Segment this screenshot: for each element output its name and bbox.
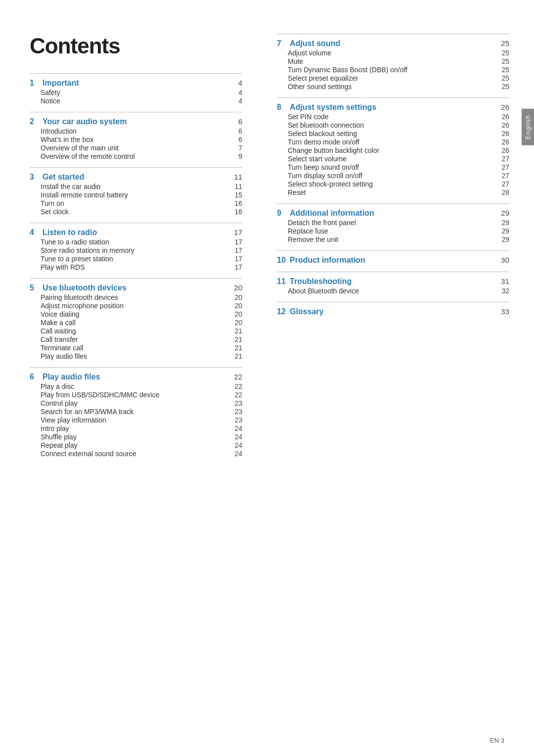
section-page: 22 [228, 373, 242, 381]
section-page: 26 [495, 103, 509, 111]
sub-item-title: Remove the unit [288, 236, 495, 243]
section-number: 4 [30, 228, 41, 237]
sub-item: Tune to a radio station17 [30, 238, 242, 246]
sub-item: Search for an MP3/WMA track23 [30, 408, 242, 416]
sub-item: Call waiting21 [30, 327, 242, 335]
sub-item-page: 16 [228, 199, 242, 207]
section-page: 20 [228, 284, 242, 292]
sub-item-title: Turn on [41, 199, 228, 207]
sub-item-title: Tune to a radio station [41, 238, 228, 246]
section-number: 7 [277, 39, 288, 48]
section-number: 12 [277, 307, 288, 316]
sub-item-title: Detach the front panel [288, 219, 495, 227]
sub-item-title: Safety [41, 89, 228, 96]
sub-item-title: Introduction [41, 127, 228, 135]
sub-item-page: 25 [495, 83, 509, 91]
sub-item-title: Select shock-protect setting [288, 180, 495, 188]
sub-item-page: 20 [228, 310, 242, 318]
toc-section: 2Your car audio system6Introduction6What… [30, 112, 242, 160]
sub-item-page: 21 [228, 344, 242, 352]
sub-item: Install the car audio11 [30, 183, 242, 190]
section-page: 33 [495, 307, 509, 316]
toc-section: 9Additional information29Detach the fron… [277, 203, 509, 243]
sub-item: Turn Dynamic Bass Boost (DBB) on/off25 [277, 66, 509, 74]
sub-item: Turn display scroll on/off27 [277, 172, 509, 180]
sub-item: Overview of the main unit7 [30, 144, 242, 152]
toc-section: 12Glossary33 [277, 302, 509, 316]
sub-item-title: Intro play [41, 425, 228, 432]
page-footer: EN 3 [490, 737, 504, 744]
sub-item: Store radio stations in memory17 [30, 246, 242, 254]
section-number: 9 [277, 209, 288, 218]
sub-item: Adjust volume25 [277, 49, 509, 57]
sub-item-page: 26 [495, 113, 509, 121]
sub-item-title: What's in the box [41, 136, 228, 143]
sub-item: View play information23 [30, 416, 242, 424]
right-toc: 7Adjust sound25Adjust volume25Mute25Turn… [277, 34, 509, 316]
sub-item-page: 21 [228, 352, 242, 360]
sub-item-page: 27 [495, 155, 509, 163]
sub-item-page: 4 [228, 97, 242, 105]
section-title: Troubleshooting [290, 277, 495, 286]
toc-section: 10Product information30 [277, 250, 509, 265]
sub-item-title: Overview of the main unit [41, 144, 228, 152]
sub-item: Turn on16 [30, 199, 242, 207]
sub-item-title: Call waiting [41, 327, 228, 335]
sub-item: Play from USB/SD/SDHC/MMC device22 [30, 391, 242, 399]
section-number: 3 [30, 173, 41, 182]
sub-item-title: Turn beep sound on/off [288, 163, 495, 171]
sub-item-page: 29 [495, 236, 509, 243]
left-column: Contents 1Important4Safety4Notice42Your … [0, 24, 262, 732]
sub-item-title: Select start volume [288, 155, 495, 163]
sub-item-page: 29 [495, 227, 509, 235]
sub-item-title: Other sound settings [288, 83, 495, 91]
section-title: Get started [43, 173, 228, 182]
sub-item-page: 22 [228, 382, 242, 390]
sub-item-page: 25 [495, 49, 509, 57]
sub-item: Change button backlight color26 [277, 146, 509, 154]
sub-item: Overview of the remote control9 [30, 152, 242, 160]
section-page: 29 [495, 209, 509, 217]
sub-item-page: 23 [228, 416, 242, 424]
sub-item-page: 7 [228, 144, 242, 152]
sub-item-page: 25 [495, 57, 509, 65]
sub-item: Control play23 [30, 399, 242, 407]
sub-item-page: 23 [228, 399, 242, 407]
section-number: 10 [277, 256, 288, 265]
sub-item: Set clock16 [30, 208, 242, 216]
section-title: Product information [290, 256, 495, 265]
sub-item-page: 9 [228, 152, 242, 160]
sub-item-title: Turn display scroll on/off [288, 172, 495, 180]
section-number: 11 [277, 277, 288, 286]
sub-item-title: Play from USB/SD/SDHC/MMC device [41, 391, 228, 399]
section-title: Use bluetooth devices [43, 284, 228, 292]
sub-item-title: Adjust microphone position [41, 302, 228, 310]
sub-item: Select preset equalizer25 [277, 74, 509, 82]
sub-item-title: Play audio files [41, 352, 228, 360]
sub-item: Tune to a preset station17 [30, 255, 242, 263]
sub-item-title: Play a disc [41, 382, 228, 390]
sub-item-page: 24 [228, 450, 242, 458]
sub-item: Safety4 [30, 89, 242, 96]
sub-item-page: 6 [228, 136, 242, 143]
sub-item-page: 6 [228, 127, 242, 135]
toc-section: 11Troubleshooting31About Bluetooth devic… [277, 272, 509, 295]
sub-item-title: Connect external sound source [41, 450, 228, 458]
section-header: 10Product information30 [277, 256, 509, 265]
sub-item-page: 26 [495, 121, 509, 129]
sub-item: Adjust microphone position20 [30, 302, 242, 310]
sub-item: Set PIN code26 [277, 113, 509, 121]
sub-item: Connect external sound source24 [30, 450, 242, 458]
sub-item: Install remote control battery15 [30, 191, 242, 199]
sub-item-page: 16 [228, 208, 242, 216]
sub-item: Notice4 [30, 97, 242, 105]
sub-item-page: 27 [495, 180, 509, 188]
sub-item-page: 25 [495, 74, 509, 82]
sub-item: Terminate call21 [30, 344, 242, 352]
section-title: Important [43, 79, 228, 88]
section-title: Your car audio system [43, 117, 228, 126]
section-page: 25 [495, 39, 509, 47]
section-page: 31 [495, 277, 509, 285]
sub-item-title: About Bluetooth device [288, 287, 495, 295]
sub-item-title: Change button backlight color [288, 146, 495, 154]
